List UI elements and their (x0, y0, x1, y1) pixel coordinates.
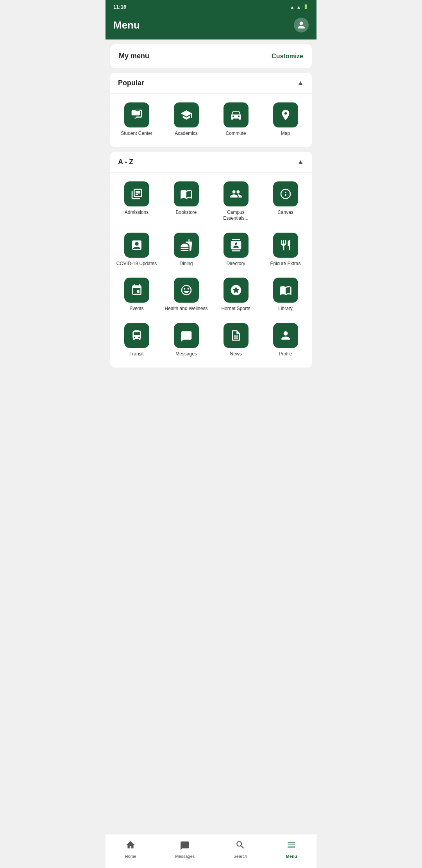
az-title: A - Z (118, 158, 133, 166)
az-label-canvas: Canvas (277, 210, 293, 216)
az-item-library[interactable]: Library (262, 274, 309, 316)
az-item-canvas[interactable]: Canvas (262, 178, 309, 226)
customize-button[interactable]: Customize (272, 53, 303, 60)
admissions-icon (124, 181, 149, 206)
wifi-icon: ▲ (297, 5, 301, 9)
directory-icon (224, 233, 249, 258)
az-label-epicure: Epicure Extras (270, 261, 300, 267)
az-item-covid[interactable]: COVID-19 Updates (113, 229, 160, 271)
popular-item-student-center[interactable]: Student Center (113, 99, 160, 141)
status-icons: ▲ ▲ 🔋 (290, 4, 309, 9)
az-label-sports: Hornet Sports (221, 306, 250, 312)
az-label-bookstore: Bookstore (175, 210, 197, 216)
popular-section-header[interactable]: Popular ▲ (110, 73, 312, 94)
events-icon (124, 278, 149, 303)
bookstore-icon (174, 181, 199, 206)
az-item-events[interactable]: Events (113, 274, 160, 316)
sports-icon (224, 278, 249, 303)
az-item-sports[interactable]: Hornet Sports (213, 274, 259, 316)
az-label-news: News (230, 351, 241, 357)
academics-icon (174, 102, 199, 127)
az-item-admissions[interactable]: Admissions (113, 178, 160, 226)
az-label-library: Library (278, 306, 293, 312)
dining-icon (174, 233, 199, 258)
main-content: My menu Customize Popular ▲ Student Cent… (106, 39, 316, 412)
popular-card: Popular ▲ Student Center Academics (110, 73, 312, 147)
az-label-health: Health and Wellness (165, 306, 208, 312)
popular-label-student-center: Student Center (121, 131, 152, 137)
my-menu-title: My menu (119, 52, 149, 60)
az-label-transit: Transit (129, 351, 143, 357)
covid-icon (124, 233, 149, 258)
canvas-icon (273, 181, 298, 206)
health-icon (174, 278, 199, 303)
az-item-epicure[interactable]: Epicure Extras (262, 229, 309, 271)
my-menu-card: My menu Customize (110, 44, 312, 68)
library-icon (273, 278, 298, 303)
epicure-icon (273, 233, 298, 258)
popular-item-academics[interactable]: Academics (163, 99, 209, 141)
az-item-transit[interactable]: Transit (113, 319, 160, 361)
transit-icon (124, 323, 149, 348)
profile-icon (273, 323, 298, 348)
popular-item-map[interactable]: Map (262, 99, 309, 141)
user-avatar[interactable] (294, 18, 309, 32)
bottom-spacer (110, 372, 312, 407)
az-item-directory[interactable]: Directory (213, 229, 259, 271)
az-item-campus-essentials[interactable]: Campus Essentials... (213, 178, 259, 226)
az-section-header[interactable]: A - Z ▲ (110, 152, 312, 173)
student-center-icon (124, 102, 149, 127)
az-chevron-icon: ▲ (297, 158, 304, 166)
az-label-admissions: Admissions (125, 210, 148, 216)
az-label-messages: Messages (175, 351, 197, 357)
battery-icon: 🔋 (303, 4, 309, 9)
az-item-dining[interactable]: Dining (163, 229, 209, 271)
popular-chevron-icon: ▲ (297, 79, 304, 87)
messages-icon-az (174, 323, 199, 348)
popular-label-academics: Academics (175, 131, 198, 137)
popular-label-map: Map (281, 131, 290, 137)
az-item-health[interactable]: Health and Wellness (163, 274, 209, 316)
az-item-messages[interactable]: Messages (163, 319, 209, 361)
my-menu-row: My menu Customize (110, 44, 312, 68)
header: Menu (106, 12, 316, 39)
az-label-directory: Directory (226, 261, 245, 267)
popular-grid: Student Center Academics Commute (110, 94, 312, 147)
status-time: 11:16 (113, 4, 126, 10)
az-item-news[interactable]: News (213, 319, 259, 361)
news-icon (224, 323, 249, 348)
az-card: A - Z ▲ Admissions Bookst (110, 152, 312, 368)
commute-icon (224, 102, 249, 127)
campus-essentials-icon (224, 181, 249, 206)
az-grid: Admissions Bookstore Campus Essent (110, 173, 312, 368)
az-label-covid: COVID-19 Updates (116, 261, 157, 267)
az-label-dining: Dining (179, 261, 193, 267)
az-item-bookstore[interactable]: Bookstore (163, 178, 209, 226)
az-label-profile: Profile (279, 351, 292, 357)
header-title: Menu (113, 19, 140, 31)
map-icon (273, 102, 298, 127)
az-label-campus-essentials: Campus Essentials... (214, 210, 257, 222)
signal-icon: ▲ (290, 5, 294, 9)
az-item-profile[interactable]: Profile (262, 319, 309, 361)
popular-item-commute[interactable]: Commute (213, 99, 259, 141)
status-bar: 11:16 ▲ ▲ 🔋 (106, 0, 316, 12)
popular-label-commute: Commute (225, 131, 246, 137)
az-label-events: Events (129, 306, 144, 312)
popular-title: Popular (118, 79, 144, 87)
